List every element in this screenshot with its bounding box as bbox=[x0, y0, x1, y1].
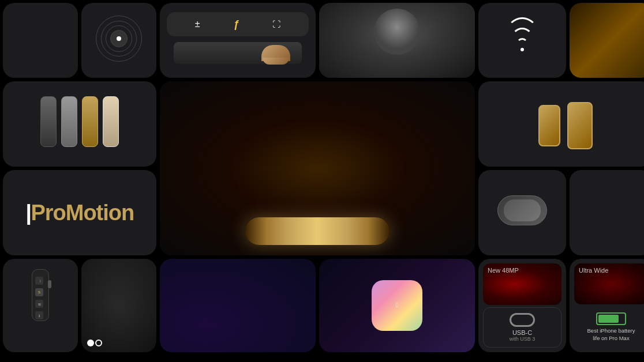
wifi-tile bbox=[478, 3, 566, 78]
cc-icon-frame: ⛶ bbox=[272, 20, 280, 29]
person-silhouette bbox=[374, 9, 420, 55]
dolby-branding bbox=[87, 340, 151, 346]
titanium-tile bbox=[3, 81, 156, 167]
dolby-circle-hollow bbox=[95, 340, 102, 346]
ultrawide-tile: Ultra Wide Best iPhone batterylife on Pr… bbox=[570, 259, 644, 352]
phone-silver bbox=[61, 96, 77, 147]
sizes-tile bbox=[478, 81, 644, 167]
apple-intelligence-tile bbox=[160, 259, 316, 352]
phone-large bbox=[567, 102, 593, 149]
wifi-icon bbox=[505, 27, 540, 50]
action-btn-visual: ☽ S ⊞ ℹ bbox=[9, 269, 72, 321]
battery-label: Best iPhone batterylife on Pro Max bbox=[587, 327, 635, 342]
48mp-tile: New 48MP USB-C with USB 3 bbox=[478, 259, 566, 352]
4k-content bbox=[87, 337, 151, 346]
promotion-p-icon: | bbox=[25, 201, 31, 225]
usbc-label: USB-C bbox=[512, 329, 532, 336]
ultrawide-inner-label: Ultra Wide bbox=[579, 267, 643, 274]
photo-styles-tile bbox=[319, 3, 475, 78]
battery-icon bbox=[596, 312, 626, 325]
phone-gold bbox=[82, 96, 98, 147]
telephoto-tile bbox=[3, 3, 78, 78]
hand-graphic bbox=[174, 42, 301, 64]
vision-pro-icon bbox=[497, 195, 547, 225]
camera-control-tile: ± ƒ ⛶ bbox=[160, 3, 316, 78]
apple-logo-chip:  bbox=[396, 301, 398, 308]
ceramic-tile bbox=[570, 3, 644, 78]
pro-hero-tile bbox=[160, 81, 475, 255]
size-63 bbox=[538, 101, 560, 146]
spatial-tile bbox=[478, 170, 566, 255]
a18-tile:  bbox=[319, 259, 475, 352]
promotion-text: |ProMotion bbox=[25, 201, 134, 225]
action-button-tile: ☽ S ⊞ ℹ bbox=[3, 259, 78, 352]
mic-rings-icon bbox=[96, 16, 142, 62]
phone-black bbox=[40, 96, 57, 147]
raytracing-tile bbox=[570, 170, 644, 255]
cc-icon-plus: ± bbox=[195, 19, 200, 29]
titanium-phones bbox=[10, 96, 149, 147]
promotion-tile: |ProMotion bbox=[3, 170, 156, 255]
phone-white bbox=[103, 96, 119, 147]
dolby-circle-full bbox=[87, 340, 94, 346]
cc-icon-f: ƒ bbox=[233, 18, 239, 31]
action-icons: ☽ S ⊞ ℹ bbox=[35, 277, 43, 319]
action-btn-knob bbox=[48, 280, 51, 288]
a18-chip-icon:  bbox=[372, 280, 422, 331]
size-69 bbox=[567, 99, 593, 149]
4k120-tile bbox=[81, 259, 156, 352]
promotion-rest: ProMotion bbox=[31, 201, 134, 225]
usbc-icon bbox=[510, 313, 535, 327]
48mp-inner-label: New 48MP bbox=[488, 267, 557, 274]
usb3-label: with USB 3 bbox=[510, 336, 536, 342]
iphone-side-view bbox=[245, 217, 390, 245]
phone-small bbox=[538, 105, 560, 146]
dolby-logo-icon bbox=[87, 340, 102, 346]
mics-tile bbox=[81, 3, 156, 78]
